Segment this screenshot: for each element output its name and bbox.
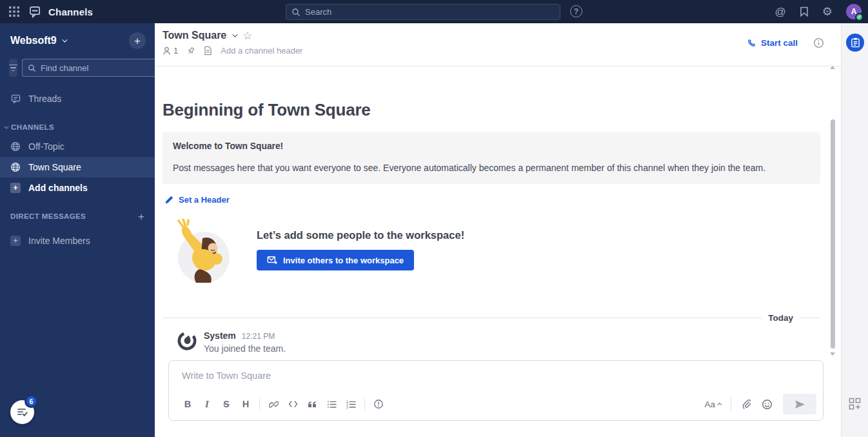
- scrollbar-thumb[interactable]: [831, 119, 835, 349]
- add-channels-button[interactable]: + Add channels: [0, 178, 155, 198]
- settings-gear-icon[interactable]: ⚙: [822, 6, 833, 17]
- saved-messages-icon[interactable]: [800, 6, 809, 17]
- heading-icon[interactable]: H: [236, 394, 255, 414]
- sidebar-item-label: Off-Topic: [28, 141, 64, 152]
- chevron-down-icon: [232, 32, 237, 37]
- code-icon[interactable]: [283, 394, 302, 414]
- channel-header-file-icon[interactable]: [204, 46, 212, 56]
- chevron-down-icon: [4, 124, 8, 128]
- welcome-banner: Welcome to Town Square! Post messages he…: [163, 132, 820, 184]
- scroll-up-arrow[interactable]: [830, 66, 835, 69]
- date-divider-label: Today: [768, 313, 793, 323]
- italic-icon[interactable]: I: [197, 394, 217, 414]
- message-text: You joined the team.: [204, 343, 286, 354]
- chevron-up-icon: [717, 402, 722, 407]
- channel-sidebar: Websoft9 + Threads CHANNELS: [0, 23, 155, 437]
- app-root: Channels ? @ ⚙ A ✓ Websoft9: [0, 0, 868, 437]
- online-status-icon: ✓: [855, 13, 863, 21]
- apps-grid-icon[interactable]: [849, 398, 861, 410]
- message-composer: B I S H 123: [168, 360, 824, 421]
- set-header-label: Set a Header: [179, 195, 230, 205]
- quote-icon[interactable]: [302, 394, 322, 414]
- team-menu[interactable]: Websoft9: [10, 35, 66, 46]
- sidebar-item-town-square[interactable]: Town Square: [0, 157, 155, 178]
- search-input[interactable]: [305, 7, 555, 17]
- channel-members-button[interactable]: 1: [163, 46, 178, 56]
- onboarding-checklist-button[interactable]: 6: [10, 400, 34, 424]
- message-scrollbar[interactable]: [830, 65, 836, 437]
- link-icon[interactable]: [264, 394, 283, 414]
- find-channel-input[interactable]: [41, 63, 154, 73]
- invite-heading: Let’s add some people to the workspace!: [257, 229, 464, 241]
- invite-prompt: Let’s add some people to the workspace! …: [174, 219, 820, 285]
- boards-plugin-icon[interactable]: [846, 34, 864, 52]
- system-avatar[interactable]: [177, 330, 197, 351]
- sidebar-item-threads[interactable]: Threads: [0, 88, 155, 109]
- channel-header: Town Square ☆ 1 Add a channel: [155, 23, 841, 66]
- add-team-button[interactable]: +: [129, 32, 146, 49]
- search-icon: [28, 64, 36, 72]
- members-icon: [163, 46, 171, 56]
- search-icon: [291, 8, 301, 17]
- add-direct-message-button[interactable]: +: [138, 211, 144, 222]
- checklist-icon: [17, 407, 28, 417]
- channels-app-icon: [29, 6, 43, 18]
- avatar[interactable]: A ✓: [846, 4, 862, 19]
- invite-others-button[interactable]: Invite others to the workspace: [257, 250, 414, 270]
- channel-info-icon[interactable]: [813, 37, 824, 48]
- add-channel-header-button[interactable]: Add a channel header: [221, 46, 302, 56]
- pinned-posts-icon[interactable]: [186, 46, 195, 56]
- bold-icon[interactable]: B: [178, 394, 197, 414]
- at-mention-icon[interactable]: @: [775, 6, 786, 17]
- numbered-list-icon[interactable]: 123: [341, 394, 360, 414]
- product-switcher-icon[interactable]: [8, 6, 20, 17]
- emoji-icon[interactable]: [757, 394, 776, 414]
- favorite-star-icon[interactable]: ☆: [242, 30, 252, 41]
- app-bar: [841, 23, 868, 437]
- find-channel-box[interactable]: [22, 59, 160, 77]
- message-list: Beginning of Town Square Welcome to Town…: [155, 66, 841, 360]
- welcome-body: Post messages here that you want everyon…: [173, 163, 810, 173]
- attach-file-icon[interactable]: [736, 394, 756, 414]
- sidebar-item-label: Add channels: [28, 183, 88, 193]
- set-header-button[interactable]: Set a Header: [165, 195, 230, 205]
- text-format-toggle[interactable]: Aa: [700, 397, 725, 412]
- message-priority-icon[interactable]: [369, 394, 388, 414]
- threads-icon: [10, 94, 21, 103]
- scroll-down-arrow[interactable]: [830, 352, 835, 356]
- channel-intro-heading: Beginning of Town Square: [163, 100, 820, 120]
- channels-app-title: Channels: [29, 6, 93, 18]
- send-icon: [794, 400, 805, 409]
- channel-view: Town Square ☆ 1 Add a channel: [155, 23, 841, 437]
- bulleted-list-icon[interactable]: [322, 394, 341, 414]
- globe-icon: [10, 141, 21, 152]
- send-button[interactable]: [783, 394, 816, 414]
- start-call-button[interactable]: Start call: [747, 38, 798, 48]
- channel-title: Town Square: [163, 30, 226, 41]
- invite-members-button[interactable]: + Invite Members: [0, 230, 155, 251]
- member-count: 1: [173, 46, 178, 56]
- channels-category[interactable]: CHANNELS: [0, 118, 155, 136]
- strikethrough-icon[interactable]: S: [217, 394, 236, 414]
- category-label: CHANNELS: [11, 123, 54, 131]
- global-search[interactable]: [286, 4, 560, 20]
- message-author[interactable]: System: [204, 330, 236, 341]
- message-input[interactable]: [169, 361, 823, 381]
- direct-messages-category[interactable]: DIRECT MESSAGES +: [0, 207, 155, 225]
- help-icon[interactable]: ?: [570, 5, 582, 17]
- pencil-icon: [165, 196, 173, 204]
- message-timestamp: 12:21 PM: [242, 332, 275, 341]
- channel-filter-icon[interactable]: [9, 59, 17, 77]
- text-format-label: Aa: [704, 400, 715, 409]
- sidebar-item-off-topic[interactable]: Off-Topic: [0, 136, 155, 157]
- channel-menu-button[interactable]: Town Square: [163, 30, 236, 41]
- phone-icon: [747, 39, 756, 48]
- plus-square-icon: +: [10, 236, 21, 246]
- chevron-down-icon: [62, 37, 67, 42]
- svg-text:3: 3: [346, 405, 348, 408]
- invite-button-label: Invite others to the workspace: [283, 256, 404, 265]
- plus-square-icon: +: [10, 183, 21, 193]
- app-title: Channels: [48, 6, 93, 17]
- team-name: Websoft9: [10, 35, 57, 46]
- date-divider: Today: [163, 313, 820, 323]
